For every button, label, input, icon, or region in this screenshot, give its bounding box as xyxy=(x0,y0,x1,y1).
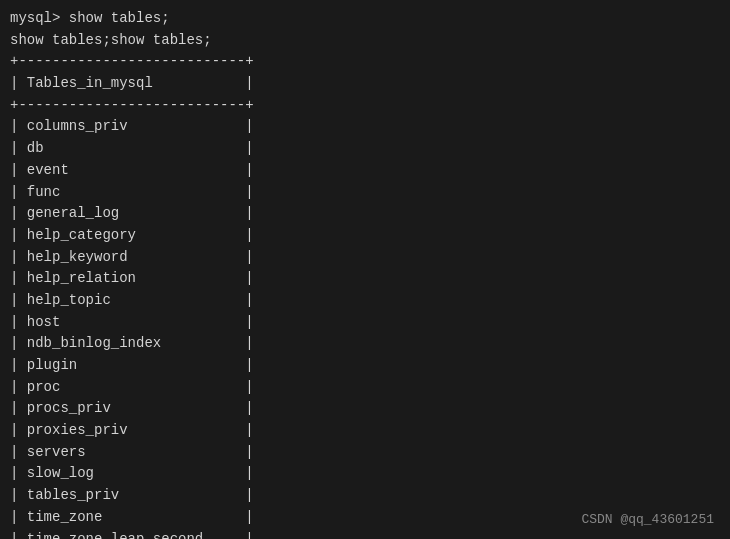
terminal-line: | columns_priv | xyxy=(10,116,720,138)
terminal-line: | help_keyword | xyxy=(10,247,720,269)
terminal-line: | tables_priv | xyxy=(10,485,720,507)
watermark: CSDN @qq_43601251 xyxy=(581,512,714,527)
terminal-line: | db | xyxy=(10,138,720,160)
terminal-line: | general_log | xyxy=(10,203,720,225)
terminal-line: | host | xyxy=(10,312,720,334)
terminal-line: | Tables_in_mysql | xyxy=(10,73,720,95)
terminal-line: | servers | xyxy=(10,442,720,464)
terminal-line: mysql> show tables; xyxy=(10,8,720,30)
terminal-line: | help_relation | xyxy=(10,268,720,290)
terminal-line: | slow_log | xyxy=(10,463,720,485)
terminal-line: +---------------------------+ xyxy=(10,95,720,117)
terminal-line: | help_category | xyxy=(10,225,720,247)
terminal-line: | proc | xyxy=(10,377,720,399)
terminal-line: show tables;show tables; xyxy=(10,30,720,52)
terminal-line: | time_zone_leap_second | xyxy=(10,529,720,540)
terminal-line: | event | xyxy=(10,160,720,182)
terminal-line: | help_topic | xyxy=(10,290,720,312)
terminal-line: | func | xyxy=(10,182,720,204)
terminal-line: | ndb_binlog_index | xyxy=(10,333,720,355)
terminal-window: mysql> show tables;show tables;show tabl… xyxy=(0,0,730,539)
terminal-line: | proxies_priv | xyxy=(10,420,720,442)
terminal-line: | plugin | xyxy=(10,355,720,377)
terminal-line: +---------------------------+ xyxy=(10,51,720,73)
terminal-output: mysql> show tables;show tables;show tabl… xyxy=(10,8,720,539)
terminal-line: | procs_priv | xyxy=(10,398,720,420)
